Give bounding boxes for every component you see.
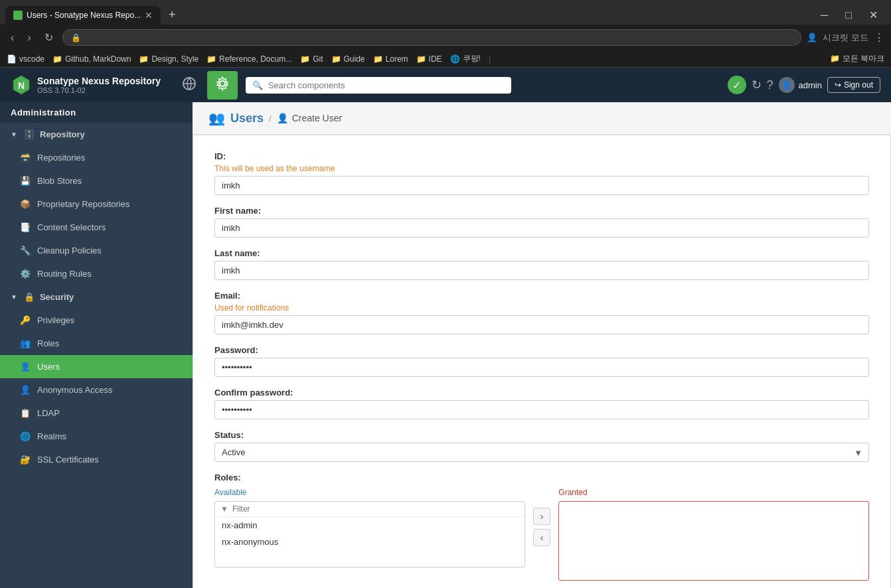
user-avatar: 👤 (779, 77, 795, 93)
signout-button[interactable]: ↪ Sign out (827, 77, 880, 93)
remove-role-button[interactable]: ‹ (533, 529, 551, 546)
bookmark-github[interactable]: 📁 Github, MarkDown (52, 54, 131, 64)
add-role-button[interactable]: › (533, 508, 551, 525)
available-roles-col: Available ▼ nx-admin nx-anonymous (214, 488, 525, 567)
tab-close-button[interactable]: ✕ (145, 10, 153, 21)
admin-button[interactable] (207, 71, 238, 100)
menu-icon[interactable]: ⋮ (874, 31, 884, 44)
sidebar-item-realms[interactable]: 🌐 Realms (0, 425, 193, 448)
sidebar-item-anonymous-access[interactable]: 👤 Anonymous Access (0, 378, 193, 402)
close-button[interactable]: ✕ (861, 6, 886, 24)
bookmarks-bar: 📄 vscode 📁 Github, MarkDown 📁 Design, St… (0, 50, 891, 68)
bookmark-ide[interactable]: 📁 IDE (416, 54, 442, 64)
browse-button[interactable] (174, 71, 204, 100)
bookmark-coupang-icon: 🌐 (450, 54, 460, 64)
active-tab[interactable]: Users - Sonatype Nexus Repo... ✕ (5, 6, 161, 25)
confirm-password-field-group: Confirm password: (214, 388, 869, 419)
address-bar[interactable]: 🔒 Google에서 검색하거나 URL을 입력하세요. (62, 29, 802, 46)
reload-button[interactable]: ↻ (40, 29, 57, 46)
system-status-icon[interactable]: ✓ (728, 76, 746, 94)
content-area: 👥 Users / 👤 Create User ID: This will be… (193, 102, 891, 588)
sidebar-item-blob-stores[interactable]: 💾 Blob Stores (0, 169, 193, 192)
sidebar-item-repositories[interactable]: 🗃️ Repositories (0, 146, 193, 169)
routing-label: Routing Rules (37, 269, 92, 279)
back-button[interactable]: ‹ (7, 29, 18, 46)
confirm-password-input[interactable] (214, 400, 869, 419)
breadcrumb-title[interactable]: Users (230, 111, 264, 125)
firstname-field-group: First name: (214, 206, 869, 238)
breadcrumb-icon: 👥 (208, 110, 225, 126)
lastname-input[interactable] (214, 261, 869, 280)
bookmark-guide[interactable]: 📁 Guide (331, 54, 365, 64)
users-label: Users (37, 362, 60, 372)
refresh-icon[interactable]: ↻ (752, 78, 762, 92)
browser-toolbar-right: 👤 시크릿 모드 ⋮ (807, 31, 884, 44)
tab-favicon (13, 11, 23, 20)
address-input[interactable]: Google에서 검색하거나 URL을 입력하세요. (85, 33, 793, 42)
bookmark-reference-icon: 📁 (206, 54, 216, 64)
status-label: Status: (214, 430, 869, 440)
maximize-button[interactable]: □ (837, 6, 860, 24)
user-info[interactable]: 👤 admin (779, 77, 822, 93)
routing-icon: ⚙️ (20, 269, 31, 279)
security-group-header[interactable]: ▼ 🔒 Security (0, 285, 193, 309)
bookmark-vscode[interactable]: 📄 vscode (7, 54, 44, 64)
sidebar-item-ldap[interactable]: 📋 LDAP (0, 402, 193, 425)
repository-group-label: Repository (40, 129, 85, 139)
repository-chevron-icon: ▼ (11, 131, 17, 138)
header-actions: ✓ ↻ ? 👤 admin ↪ Sign out (728, 76, 880, 94)
bookmark-design-icon: 📁 (139, 54, 149, 64)
roles-section: Roles: Available ▼ nx-admin nx- (214, 473, 869, 581)
available-label: Available (214, 488, 525, 497)
bookmark-guide-icon: 📁 (331, 54, 341, 64)
bookmark-design[interactable]: 📁 Design, Style (139, 54, 199, 64)
bookmark-git[interactable]: 📁 Git (300, 54, 323, 64)
search-input[interactable] (268, 80, 505, 90)
bookmark-more[interactable]: 📁 모든 북마크 (830, 53, 884, 64)
list-item[interactable]: nx-anonymous (215, 534, 525, 550)
sidebar-item-proprietary-repositories[interactable]: 📦 Proprietary Repositories (0, 192, 193, 216)
bookmark-vscode-icon: 📄 (7, 54, 17, 64)
list-item[interactable]: nx-admin (215, 517, 525, 534)
proprietary-label: Proprietary Repositories (37, 199, 129, 209)
filter-icon: ▼ (220, 504, 228, 514)
id-input[interactable] (214, 176, 869, 195)
bookmark-lorem[interactable]: 📁 Lorem (373, 54, 408, 64)
security-icon: 🔒 (24, 292, 35, 302)
firstname-input[interactable] (214, 218, 869, 238)
help-icon[interactable]: ? (767, 78, 773, 92)
anonymous-icon: 👤 (20, 385, 31, 395)
filter-input[interactable] (232, 504, 519, 514)
window-controls: ─ □ ✕ (813, 6, 886, 24)
realms-label: Realms (37, 431, 66, 441)
bookmark-reference[interactable]: 📁 Reference, Docum... (206, 54, 292, 64)
forward-button[interactable]: › (23, 29, 35, 46)
password-input[interactable] (214, 358, 869, 377)
roles-label: Roles (37, 338, 59, 348)
email-hint: Used for notifications (214, 303, 869, 313)
create-user-label: Create User (292, 113, 342, 123)
confirm-password-label: Confirm password: (214, 388, 869, 398)
extension-icon: 시크릿 모드 (823, 32, 868, 44)
sidebar-item-content-selectors[interactable]: 📑 Content Selectors (0, 216, 193, 239)
bookmark-git-icon: 📁 (300, 54, 310, 64)
available-roles-list: ▼ nx-admin nx-anonymous (214, 501, 525, 567)
sidebar-item-privileges[interactable]: 🔑 Privileges (0, 309, 193, 332)
sidebar-item-routing-rules[interactable]: ⚙️ Routing Rules (0, 262, 193, 285)
ssl-icon: 🔐 (20, 455, 31, 465)
repository-group-header[interactable]: ▼ 🗄️ Repository (0, 123, 193, 146)
search-icon: 🔍 (252, 80, 263, 90)
sidebar-item-roles[interactable]: 👥 Roles (0, 332, 193, 355)
profile-icon[interactable]: 👤 (807, 33, 817, 42)
minimize-button[interactable]: ─ (813, 6, 836, 24)
sidebar-item-cleanup-policies[interactable]: 🔧 Cleanup Policies (0, 239, 193, 262)
email-input[interactable] (214, 315, 869, 334)
status-select[interactable]: Active Disabled (214, 443, 869, 462)
sidebar-item-ssl-certificates[interactable]: 🔐 SSL Certificates (0, 448, 193, 471)
sidebar-item-users[interactable]: 👤 Users (0, 355, 193, 378)
bookmark-coupang[interactable]: 🌐 쿠팡! (450, 53, 481, 64)
blob-stores-icon: 💾 (20, 176, 31, 186)
new-tab-button[interactable]: + (163, 5, 181, 25)
svg-point-3 (220, 81, 225, 86)
roles-icon: 👥 (20, 338, 31, 348)
